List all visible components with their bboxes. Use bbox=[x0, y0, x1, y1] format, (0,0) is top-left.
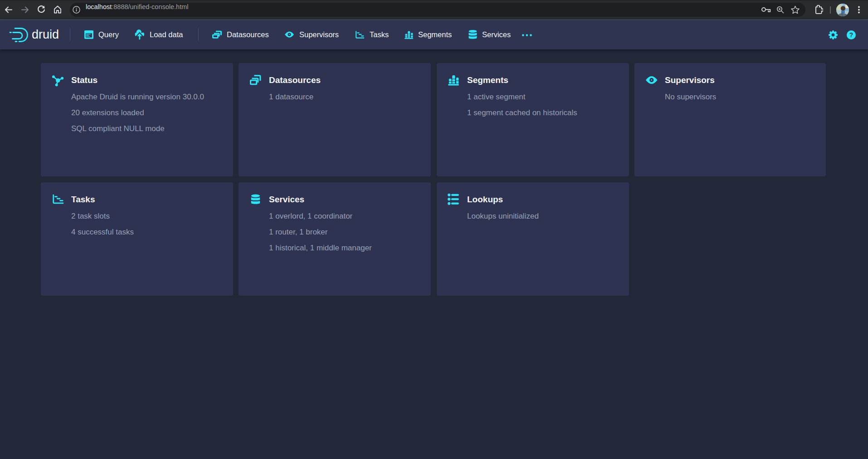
svg-text:?: ? bbox=[849, 31, 853, 39]
